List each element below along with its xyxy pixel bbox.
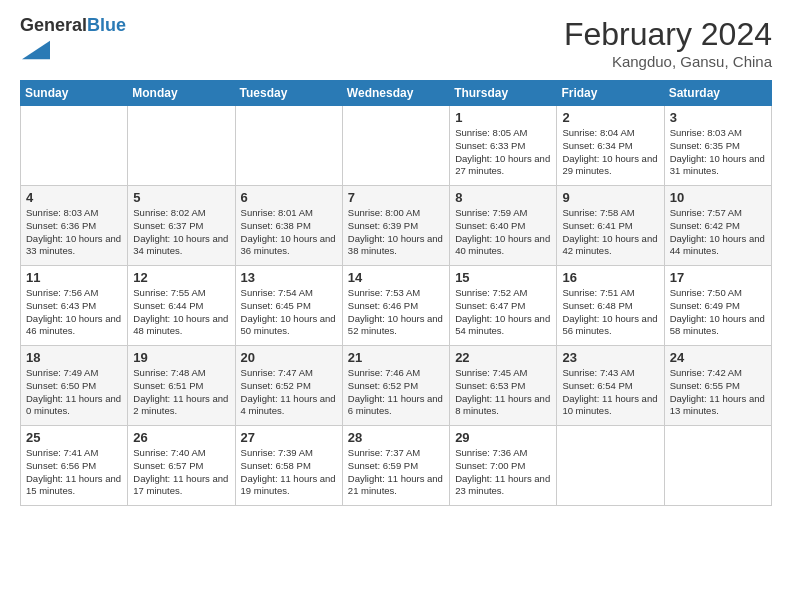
day-number: 6 — [241, 190, 337, 205]
day-number: 25 — [26, 430, 122, 445]
day-info: Sunrise: 8:01 AM Sunset: 6:38 PM Dayligh… — [241, 207, 337, 258]
day-info: Sunrise: 8:03 AM Sunset: 6:36 PM Dayligh… — [26, 207, 122, 258]
day-cell: 26Sunrise: 7:40 AM Sunset: 6:57 PM Dayli… — [128, 426, 235, 506]
day-cell: 17Sunrise: 7:50 AM Sunset: 6:49 PM Dayli… — [664, 266, 771, 346]
day-number: 10 — [670, 190, 766, 205]
day-cell: 10Sunrise: 7:57 AM Sunset: 6:42 PM Dayli… — [664, 186, 771, 266]
day-cell: 16Sunrise: 7:51 AM Sunset: 6:48 PM Dayli… — [557, 266, 664, 346]
day-cell: 21Sunrise: 7:46 AM Sunset: 6:52 PM Dayli… — [342, 346, 449, 426]
col-header-tuesday: Tuesday — [235, 81, 342, 106]
day-number: 16 — [562, 270, 658, 285]
day-info: Sunrise: 7:43 AM Sunset: 6:54 PM Dayligh… — [562, 367, 658, 418]
day-cell: 19Sunrise: 7:48 AM Sunset: 6:51 PM Dayli… — [128, 346, 235, 426]
day-cell: 8Sunrise: 7:59 AM Sunset: 6:40 PM Daylig… — [450, 186, 557, 266]
day-info: Sunrise: 7:57 AM Sunset: 6:42 PM Dayligh… — [670, 207, 766, 258]
day-cell: 4Sunrise: 8:03 AM Sunset: 6:36 PM Daylig… — [21, 186, 128, 266]
day-info: Sunrise: 7:56 AM Sunset: 6:43 PM Dayligh… — [26, 287, 122, 338]
location: Kangduo, Gansu, China — [564, 53, 772, 70]
day-number: 20 — [241, 350, 337, 365]
day-cell: 24Sunrise: 7:42 AM Sunset: 6:55 PM Dayli… — [664, 346, 771, 426]
day-info: Sunrise: 7:59 AM Sunset: 6:40 PM Dayligh… — [455, 207, 551, 258]
day-cell: 28Sunrise: 7:37 AM Sunset: 6:59 PM Dayli… — [342, 426, 449, 506]
logo-general: General — [20, 15, 87, 35]
day-info: Sunrise: 7:48 AM Sunset: 6:51 PM Dayligh… — [133, 367, 229, 418]
day-info: Sunrise: 8:02 AM Sunset: 6:37 PM Dayligh… — [133, 207, 229, 258]
day-info: Sunrise: 7:51 AM Sunset: 6:48 PM Dayligh… — [562, 287, 658, 338]
day-cell — [235, 106, 342, 186]
day-number: 2 — [562, 110, 658, 125]
day-number: 29 — [455, 430, 551, 445]
day-number: 22 — [455, 350, 551, 365]
header: GeneralBlue February 2024 Kangduo, Gansu… — [20, 16, 772, 70]
week-row-5: 25Sunrise: 7:41 AM Sunset: 6:56 PM Dayli… — [21, 426, 772, 506]
col-header-wednesday: Wednesday — [342, 81, 449, 106]
day-number: 13 — [241, 270, 337, 285]
day-cell: 1Sunrise: 8:05 AM Sunset: 6:33 PM Daylig… — [450, 106, 557, 186]
day-info: Sunrise: 7:49 AM Sunset: 6:50 PM Dayligh… — [26, 367, 122, 418]
day-info: Sunrise: 8:03 AM Sunset: 6:35 PM Dayligh… — [670, 127, 766, 178]
day-info: Sunrise: 7:39 AM Sunset: 6:58 PM Dayligh… — [241, 447, 337, 498]
day-number: 12 — [133, 270, 229, 285]
day-number: 23 — [562, 350, 658, 365]
day-number: 17 — [670, 270, 766, 285]
day-info: Sunrise: 7:40 AM Sunset: 6:57 PM Dayligh… — [133, 447, 229, 498]
page: GeneralBlue February 2024 Kangduo, Gansu… — [0, 0, 792, 612]
header-row: SundayMondayTuesdayWednesdayThursdayFrid… — [21, 81, 772, 106]
day-cell: 2Sunrise: 8:04 AM Sunset: 6:34 PM Daylig… — [557, 106, 664, 186]
day-cell — [664, 426, 771, 506]
day-info: Sunrise: 7:41 AM Sunset: 6:56 PM Dayligh… — [26, 447, 122, 498]
day-info: Sunrise: 7:46 AM Sunset: 6:52 PM Dayligh… — [348, 367, 444, 418]
day-number: 7 — [348, 190, 444, 205]
col-header-thursday: Thursday — [450, 81, 557, 106]
logo-icon — [22, 36, 50, 64]
logo-blue: Blue — [87, 15, 126, 35]
day-number: 26 — [133, 430, 229, 445]
day-number: 3 — [670, 110, 766, 125]
day-info: Sunrise: 7:58 AM Sunset: 6:41 PM Dayligh… — [562, 207, 658, 258]
day-info: Sunrise: 7:52 AM Sunset: 6:47 PM Dayligh… — [455, 287, 551, 338]
day-cell: 18Sunrise: 7:49 AM Sunset: 6:50 PM Dayli… — [21, 346, 128, 426]
day-number: 5 — [133, 190, 229, 205]
day-number: 24 — [670, 350, 766, 365]
day-info: Sunrise: 7:42 AM Sunset: 6:55 PM Dayligh… — [670, 367, 766, 418]
day-info: Sunrise: 7:47 AM Sunset: 6:52 PM Dayligh… — [241, 367, 337, 418]
day-cell: 5Sunrise: 8:02 AM Sunset: 6:37 PM Daylig… — [128, 186, 235, 266]
calendar-table: SundayMondayTuesdayWednesdayThursdayFrid… — [20, 80, 772, 506]
day-cell: 22Sunrise: 7:45 AM Sunset: 6:53 PM Dayli… — [450, 346, 557, 426]
day-info: Sunrise: 8:04 AM Sunset: 6:34 PM Dayligh… — [562, 127, 658, 178]
day-info: Sunrise: 7:55 AM Sunset: 6:44 PM Dayligh… — [133, 287, 229, 338]
day-number: 4 — [26, 190, 122, 205]
day-cell — [21, 106, 128, 186]
day-number: 8 — [455, 190, 551, 205]
day-cell: 3Sunrise: 8:03 AM Sunset: 6:35 PM Daylig… — [664, 106, 771, 186]
day-cell: 27Sunrise: 7:39 AM Sunset: 6:58 PM Dayli… — [235, 426, 342, 506]
day-info: Sunrise: 7:53 AM Sunset: 6:46 PM Dayligh… — [348, 287, 444, 338]
day-cell — [342, 106, 449, 186]
month-year: February 2024 — [564, 16, 772, 53]
day-info: Sunrise: 7:50 AM Sunset: 6:49 PM Dayligh… — [670, 287, 766, 338]
day-cell: 13Sunrise: 7:54 AM Sunset: 6:45 PM Dayli… — [235, 266, 342, 346]
day-number: 15 — [455, 270, 551, 285]
day-number: 18 — [26, 350, 122, 365]
svg-marker-0 — [22, 40, 50, 59]
day-info: Sunrise: 7:36 AM Sunset: 7:00 PM Dayligh… — [455, 447, 551, 498]
day-cell: 12Sunrise: 7:55 AM Sunset: 6:44 PM Dayli… — [128, 266, 235, 346]
day-cell: 29Sunrise: 7:36 AM Sunset: 7:00 PM Dayli… — [450, 426, 557, 506]
day-cell — [557, 426, 664, 506]
col-header-sunday: Sunday — [21, 81, 128, 106]
col-header-saturday: Saturday — [664, 81, 771, 106]
day-number: 14 — [348, 270, 444, 285]
day-number: 11 — [26, 270, 122, 285]
title-block: February 2024 Kangduo, Gansu, China — [564, 16, 772, 70]
logo: GeneralBlue — [20, 16, 126, 68]
day-number: 19 — [133, 350, 229, 365]
day-cell: 14Sunrise: 7:53 AM Sunset: 6:46 PM Dayli… — [342, 266, 449, 346]
week-row-3: 11Sunrise: 7:56 AM Sunset: 6:43 PM Dayli… — [21, 266, 772, 346]
day-info: Sunrise: 7:37 AM Sunset: 6:59 PM Dayligh… — [348, 447, 444, 498]
day-cell: 23Sunrise: 7:43 AM Sunset: 6:54 PM Dayli… — [557, 346, 664, 426]
day-info: Sunrise: 8:00 AM Sunset: 6:39 PM Dayligh… — [348, 207, 444, 258]
day-number: 9 — [562, 190, 658, 205]
day-number: 21 — [348, 350, 444, 365]
day-number: 27 — [241, 430, 337, 445]
day-cell: 9Sunrise: 7:58 AM Sunset: 6:41 PM Daylig… — [557, 186, 664, 266]
